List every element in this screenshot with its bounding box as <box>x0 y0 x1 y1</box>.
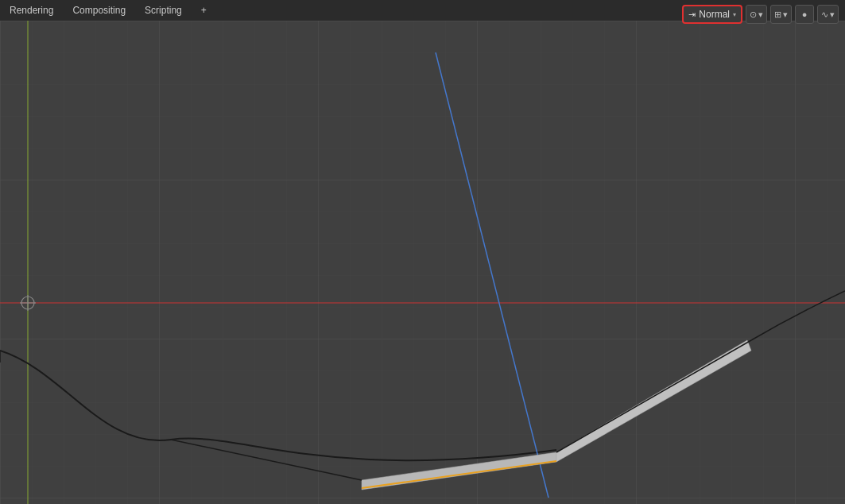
menu-rendering[interactable]: Rendering <box>6 3 56 17</box>
curve-display-arrow: ▾ <box>830 10 835 20</box>
menu-scripting[interactable]: Scripting <box>141 3 185 17</box>
normal-mode-dropdown[interactable]: ⇥ Normal ▾ <box>682 5 742 24</box>
menu-add[interactable]: + <box>198 3 210 17</box>
snap-icon: ⊞ <box>774 10 781 20</box>
svg-rect-1 <box>0 21 845 504</box>
proportional-editing-btn[interactable]: ⊙ ▾ <box>746 5 767 24</box>
falloff-btn[interactable]: ● <box>795 5 814 24</box>
top-right-toolbar: ⇥ Normal ▾ ⊙ ▾ ⊞ ▾ ● ∿ ▾ <box>682 5 839 24</box>
normal-dropdown-arrow: ▾ <box>733 11 736 18</box>
snap-btn[interactable]: ⊞ ▾ <box>770 5 792 24</box>
snap-arrow: ▾ <box>783 10 788 20</box>
menu-compositing[interactable]: Compositing <box>69 3 129 17</box>
curve-display-btn[interactable]: ∿ ▾ <box>817 5 839 24</box>
wave-icon: ∿ <box>821 10 828 20</box>
normal-mode-label: Normal <box>699 9 730 20</box>
normal-mode-icon: ⇥ <box>688 10 696 20</box>
proportional-icon: ⊙ <box>750 10 757 20</box>
dot-icon: ● <box>802 10 808 19</box>
viewport[interactable] <box>0 21 845 504</box>
proportional-arrow: ▾ <box>758 10 763 20</box>
viewport-svg <box>0 21 845 504</box>
